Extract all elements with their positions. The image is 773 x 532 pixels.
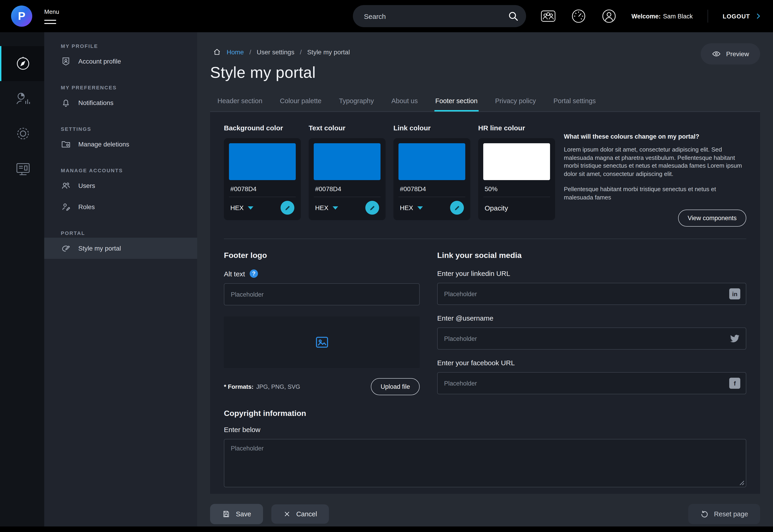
eye-icon xyxy=(712,49,721,58)
sidebar-item-style-my-portal[interactable]: Style my portal xyxy=(44,238,197,259)
save-label: Save xyxy=(236,511,251,518)
save-button[interactable]: Save xyxy=(210,504,263,524)
alt-text-input[interactable] xyxy=(224,284,420,306)
rail-item-dashboard[interactable] xyxy=(0,46,44,81)
topbar-divider xyxy=(708,10,708,23)
rail-item-portal[interactable] xyxy=(0,151,44,186)
twitter-field: Enter @username xyxy=(437,314,746,350)
tab-typography[interactable]: Typography xyxy=(338,93,375,111)
profile-icon[interactable] xyxy=(598,6,619,27)
edit-color-button[interactable] xyxy=(281,201,294,215)
menu-label: Menu xyxy=(44,8,59,15)
tab-privacy-policy[interactable]: Privacy policy xyxy=(494,93,537,111)
search-icon[interactable] xyxy=(508,11,519,22)
logout-label: LOGOUT xyxy=(723,13,750,20)
twitter-username-input[interactable] xyxy=(437,328,746,350)
format-dropdown[interactable]: HEX xyxy=(400,204,423,211)
sidebar-item-manage-deletions[interactable]: Manage deletions xyxy=(44,134,197,155)
color-swatch[interactable] xyxy=(398,143,465,180)
format-dropdown[interactable]: HEX xyxy=(230,204,253,211)
info-paragraph: Lorem ipsum dolor sit amet, consectetur … xyxy=(564,146,746,178)
card-title: Text colour xyxy=(309,124,386,132)
sidebar-item-notifications[interactable]: Notifications xyxy=(44,92,197,113)
hr-line-colour-card: 50% Opacity xyxy=(478,138,555,220)
users-icon xyxy=(61,181,71,191)
edit-color-button[interactable] xyxy=(365,201,379,215)
sidebar-item-label: Account profile xyxy=(78,58,121,65)
linkedin-input[interactable] xyxy=(437,283,746,305)
color-swatch[interactable] xyxy=(229,143,296,180)
color-swatch[interactable] xyxy=(483,143,550,180)
edit-color-button[interactable] xyxy=(450,201,464,215)
logout-button[interactable]: LOGOUT xyxy=(723,12,762,20)
alt-text-label: Alt text xyxy=(224,270,245,278)
social-media-column: Link your social media Enter your linked… xyxy=(437,251,746,395)
search-input[interactable] xyxy=(353,5,526,27)
preview-button[interactable]: Preview xyxy=(701,43,760,64)
sidebar-item-account-profile[interactable]: Account profile xyxy=(44,51,197,72)
home-icon[interactable] xyxy=(213,48,221,56)
breadcrumb-current: Style my portal xyxy=(307,48,350,56)
view-components-button[interactable]: View components xyxy=(678,210,746,227)
pencil-icon xyxy=(284,204,291,211)
opacity-value: 50% xyxy=(483,180,550,197)
linkedin-label: Enter your linkedin URL xyxy=(437,270,746,278)
horizontal-scrollbar[interactable] xyxy=(0,526,773,532)
tab-bar: Header section Colour palette Typography… xyxy=(210,93,760,112)
preview-label: Preview xyxy=(726,50,749,58)
rail-item-settings[interactable] xyxy=(0,116,44,151)
sidebar-item-label: Style my portal xyxy=(78,245,121,252)
tab-footer-section[interactable]: Footer section xyxy=(434,93,479,111)
panel-divider xyxy=(224,239,746,239)
reset-page-button[interactable]: Reset page xyxy=(688,504,760,524)
sidebar-item-label: Users xyxy=(78,182,95,189)
tab-header-section[interactable]: Header section xyxy=(217,93,263,111)
upload-file-button[interactable]: Upload file xyxy=(371,378,420,395)
welcome-label: Welcome: xyxy=(631,13,661,20)
tab-colour-palette[interactable]: Colour palette xyxy=(279,93,322,111)
shell: MY PROFILE Account profile MY PREFERENCE… xyxy=(0,32,773,526)
format-label: HEX xyxy=(315,204,328,211)
community-icon[interactable] xyxy=(537,6,559,27)
icon-rail xyxy=(0,32,44,526)
sidebar-item-label: Manage deletions xyxy=(78,140,129,148)
breadcrumb-user-settings[interactable]: User settings xyxy=(257,48,294,56)
format-label: HEX xyxy=(400,204,413,211)
formats-label: * Formats: xyxy=(224,383,254,390)
badge-icon xyxy=(61,56,71,66)
breadcrumb-home[interactable]: Home xyxy=(227,48,244,56)
reset-icon xyxy=(700,510,709,518)
cancel-button[interactable]: Cancel xyxy=(271,505,329,524)
color-value: #0078D4 xyxy=(314,180,381,197)
facebook-input[interactable] xyxy=(437,372,746,395)
help-icon[interactable]: ? xyxy=(250,270,258,278)
global-search xyxy=(353,5,526,27)
rail-item-analytics[interactable] xyxy=(0,81,44,116)
sidebar-item-roles[interactable]: Roles xyxy=(44,196,197,217)
brand-logo[interactable]: P xyxy=(11,6,32,27)
sidebar-item-users[interactable]: Users xyxy=(44,175,197,196)
format-dropdown[interactable]: HEX xyxy=(315,204,338,211)
info-paragraph: Pellentesque habitant morbi tristique se… xyxy=(564,185,746,201)
app-root: P Menu Welcome:Sam Black LOGOUT xyxy=(0,0,773,532)
info-heading: What will these colours change on my por… xyxy=(564,133,746,140)
pencil-icon xyxy=(369,204,376,211)
facebook-icon: f xyxy=(729,377,741,389)
actions-row: Save Cancel Reset page xyxy=(210,504,760,524)
linkedin-icon: in xyxy=(729,288,741,300)
breadcrumb-separator: / xyxy=(249,48,251,56)
card-title: Link colour xyxy=(393,124,470,132)
lower-grid: Footer logo Alt text ? * Formats:JPG, PN… xyxy=(224,251,746,395)
menu-toggle[interactable]: Menu xyxy=(44,8,59,24)
close-icon xyxy=(283,511,291,518)
opacity-label: Opacity xyxy=(485,204,508,212)
copyright-textarea[interactable] xyxy=(224,439,746,488)
formats-text: * Formats:JPG, PNG, SVG xyxy=(224,383,300,390)
color-swatch[interactable] xyxy=(314,143,381,180)
tab-about-us[interactable]: About us xyxy=(390,93,419,111)
sidebar-section-my-preferences: MY PREFERENCES xyxy=(61,85,197,90)
speedometer-icon[interactable] xyxy=(568,6,589,27)
hamburger-icon xyxy=(44,18,59,24)
tab-portal-settings[interactable]: Portal settings xyxy=(553,93,597,111)
logo-upload-dropzone[interactable] xyxy=(224,317,420,368)
